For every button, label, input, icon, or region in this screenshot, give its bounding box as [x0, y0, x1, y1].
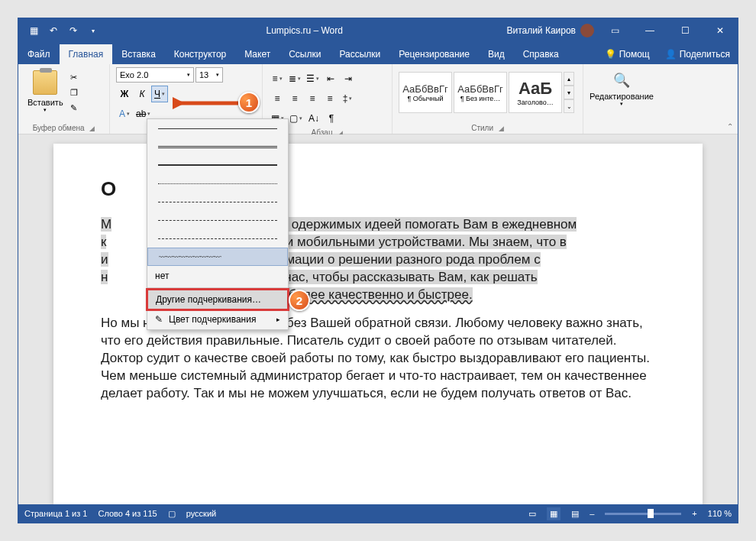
- underline-more[interactable]: Другие подчеркивания…: [147, 290, 288, 309]
- collapse-ribbon-icon[interactable]: ⌃: [727, 122, 733, 131]
- underline-dash[interactable]: [147, 193, 288, 211]
- underline-none[interactable]: нет: [147, 266, 288, 286]
- zoom-in-icon[interactable]: +: [692, 509, 696, 518]
- read-mode-icon[interactable]: ▭: [528, 509, 536, 519]
- tell-me[interactable]: 💡 Помощ: [597, 44, 657, 64]
- statusbar: Страница 1 из 1 Слово 4 из 115 ▢ русский…: [18, 504, 738, 523]
- zoom-out-icon[interactable]: –: [590, 509, 594, 518]
- callout-2: 2: [289, 290, 310, 311]
- qat-more-icon[interactable]: ▾: [84, 21, 102, 40]
- styles-label: Стили: [471, 124, 493, 132]
- arrow-1-icon: [173, 94, 241, 112]
- paste-icon: [33, 70, 57, 95]
- tab-view[interactable]: Вид: [479, 44, 514, 64]
- close-icon[interactable]: ✕: [703, 18, 738, 43]
- underline-single[interactable]: [147, 119, 288, 138]
- pen-icon: ✎: [155, 314, 163, 325]
- minimize-icon[interactable]: —: [632, 18, 667, 43]
- font-name-select[interactable]: Exo 2.0▾: [116, 67, 194, 83]
- underline-dashdot[interactable]: [147, 211, 288, 229]
- paste-button[interactable]: Вставить ▾: [24, 67, 66, 116]
- styles-down-icon[interactable]: ▾: [564, 86, 574, 99]
- style-nospacing[interactable]: АаБбВвГг¶ Без инте…: [454, 72, 507, 113]
- line-spacing-button[interactable]: ‡: [339, 90, 356, 107]
- sort-button[interactable]: A↓: [305, 110, 322, 127]
- justify-button[interactable]: ≡: [321, 90, 338, 107]
- increase-indent-button[interactable]: ⇥: [340, 70, 357, 87]
- avatar[interactable]: [580, 24, 594, 37]
- clipboard-label: Буфер обмена: [33, 124, 85, 132]
- window-title: Lumpics.ru – Word: [102, 25, 506, 36]
- tab-help[interactable]: Справка: [514, 44, 568, 64]
- underline-color[interactable]: ✎Цвет подчеркивания▸: [147, 309, 288, 329]
- copy-icon[interactable]: ❐: [66, 86, 82, 99]
- style-heading1[interactable]: АаБЗаголово…: [509, 72, 562, 113]
- autosave-icon[interactable]: ▦: [24, 21, 43, 40]
- multilevel-button[interactable]: ☰: [304, 70, 321, 87]
- editing-button[interactable]: 🔍 Редактирование ▾: [590, 67, 654, 107]
- styles-launcher[interactable]: ◢: [496, 125, 504, 132]
- callout-1: 1: [238, 92, 260, 113]
- titlebar: ▦ ↶ ↷ ▾ Lumpics.ru – Word Виталий Каиров…: [18, 18, 738, 43]
- group-styles: АаБбВвГг¶ Обычный АаБбВвГг¶ Без инте… Аа…: [393, 64, 583, 134]
- format-painter-icon[interactable]: ✎: [66, 101, 82, 115]
- styles-more-icon[interactable]: ⌄: [564, 99, 574, 113]
- ribbon-options-icon[interactable]: ▭: [597, 18, 632, 43]
- web-layout-icon[interactable]: ▤: [571, 509, 579, 519]
- text-effects-button[interactable]: A: [116, 105, 133, 122]
- search-icon: 🔍: [613, 72, 630, 89]
- group-clipboard: Вставить ▾ ✂ ❐ ✎ Буфер обмена ◢: [18, 64, 110, 134]
- status-words[interactable]: Слово 4 из 115: [98, 509, 157, 518]
- underline-wave[interactable]: 〰〰〰〰〰〰〰〰〰: [147, 248, 288, 266]
- bullets-button[interactable]: ≡: [269, 70, 286, 87]
- align-right-button[interactable]: ≡: [304, 90, 321, 107]
- ribbon-tabs: Файл Главная Вставка Конструктор Макет С…: [18, 43, 738, 64]
- zoom-level[interactable]: 110 %: [708, 509, 732, 518]
- show-marks-button[interactable]: ¶: [323, 110, 340, 127]
- italic-button[interactable]: К: [134, 86, 150, 102]
- tab-insert[interactable]: Вставка: [112, 44, 165, 64]
- tab-review[interactable]: Рецензирование: [389, 44, 479, 64]
- print-layout-icon[interactable]: ▦: [547, 507, 561, 520]
- clipboard-launcher[interactable]: ◢: [86, 125, 95, 132]
- styles-up-icon[interactable]: ▴: [564, 72, 574, 86]
- font-size-select[interactable]: 13▾: [195, 67, 223, 83]
- undo-icon[interactable]: ↶: [44, 21, 63, 40]
- tab-file[interactable]: Файл: [18, 44, 60, 64]
- document-area[interactable]: О Мтов, одержимых идеей помогать Вам в е…: [18, 134, 738, 504]
- underline-dashdotdot[interactable]: [147, 229, 288, 248]
- underline-thick[interactable]: [147, 156, 288, 174]
- underline-dots[interactable]: [147, 174, 288, 193]
- cut-icon[interactable]: ✂: [66, 70, 82, 84]
- status-page[interactable]: Страница 1 из 1: [24, 509, 87, 518]
- tab-design[interactable]: Конструктор: [165, 44, 235, 64]
- decrease-indent-button[interactable]: ⇤: [322, 70, 339, 87]
- align-left-button[interactable]: ≡: [269, 90, 286, 107]
- spellcheck-icon[interactable]: ▢: [168, 509, 176, 519]
- word-window: ▦ ↶ ↷ ▾ Lumpics.ru – Word Виталий Каиров…: [18, 18, 738, 523]
- underline-dropdown: 〰〰〰〰〰〰〰〰〰 нет Другие подчеркивания… ✎Цве…: [147, 118, 289, 330]
- group-editing: 🔍 Редактирование ▾: [583, 64, 660, 134]
- style-normal[interactable]: АаБбВвГг¶ Обычный: [399, 72, 452, 113]
- tab-home[interactable]: Главная: [60, 44, 113, 64]
- maximize-icon[interactable]: ☐: [667, 18, 703, 43]
- underline-double[interactable]: [147, 138, 288, 156]
- redo-icon[interactable]: ↷: [64, 21, 82, 40]
- user-name[interactable]: Виталий Каиров: [506, 25, 576, 36]
- underline-button[interactable]: Ч: [151, 86, 168, 102]
- numbering-button[interactable]: ≣: [286, 70, 303, 87]
- share-button[interactable]: 👤 Поделиться: [657, 44, 738, 64]
- borders-button[interactable]: ▢: [287, 110, 305, 127]
- tab-references[interactable]: Ссылки: [279, 44, 330, 64]
- ribbon: Вставить ▾ ✂ ❐ ✎ Буфер обмена ◢ Exo 2.0▾…: [18, 64, 738, 134]
- align-center-button[interactable]: ≡: [286, 90, 303, 107]
- zoom-slider[interactable]: [605, 513, 681, 515]
- status-language[interactable]: русский: [186, 509, 216, 518]
- bold-button[interactable]: Ж: [116, 86, 133, 102]
- tab-mailings[interactable]: Рассылки: [330, 44, 389, 64]
- tab-layout[interactable]: Макет: [235, 44, 279, 64]
